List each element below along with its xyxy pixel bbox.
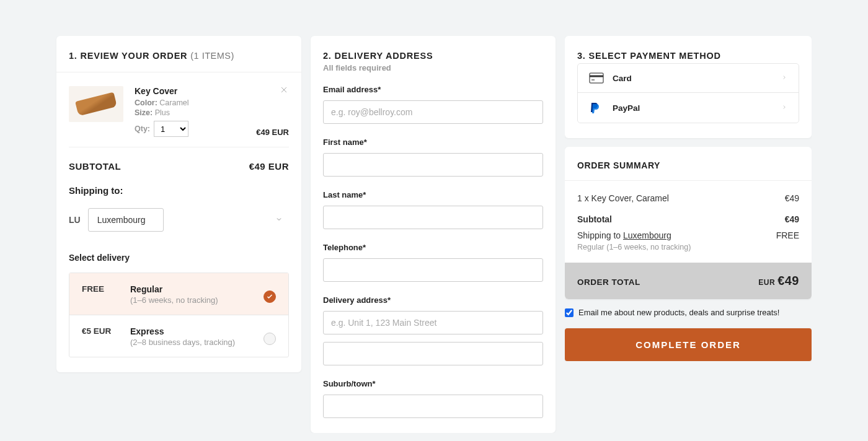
payment-paypal-label: PayPal bbox=[613, 103, 781, 113]
order-total-bar: ORDER TOTAL EUR€49 bbox=[565, 263, 812, 299]
telephone-label: Telephone* bbox=[323, 243, 543, 252]
delivery-price: FREE bbox=[82, 284, 130, 294]
total-label: ORDER TOTAL bbox=[577, 277, 640, 287]
summary-subtotal: Subtotal €49 bbox=[577, 214, 799, 224]
delivery-radio-selected bbox=[264, 290, 276, 303]
product-size: Size: Plus bbox=[135, 108, 289, 117]
delivery-name: Regular bbox=[130, 284, 264, 294]
paypal-icon bbox=[589, 102, 613, 114]
delivery-name: Express bbox=[130, 326, 264, 336]
delivery-options: FREE Regular (1–6 weeks, no tracking) €5… bbox=[69, 273, 289, 357]
chevron-down-icon bbox=[275, 214, 283, 225]
card-icon bbox=[589, 72, 613, 84]
review-title: 1. REVIEW YOUR ORDER (1 ITEMS) bbox=[56, 36, 301, 72]
summary-title: ORDER SUMMARY bbox=[565, 147, 812, 181]
email-label: Email address* bbox=[323, 85, 543, 94]
total-currency: EUR bbox=[758, 278, 775, 287]
complete-order-button[interactable]: COMPLETE ORDER bbox=[565, 328, 812, 361]
country-code: LU bbox=[69, 215, 81, 225]
payment-options: Card PayPal bbox=[577, 63, 799, 123]
remove-item-button[interactable] bbox=[279, 85, 289, 95]
review-title-text: 1. REVIEW YOUR ORDER bbox=[69, 51, 187, 61]
summary-shipping-desc: Regular (1–6 weeks, no tracking) bbox=[577, 243, 799, 251]
select-delivery-label: Select delivery bbox=[69, 253, 289, 263]
suburb-label: Suburb/town* bbox=[323, 379, 543, 388]
suburb-field[interactable] bbox=[323, 395, 543, 418]
email-optin-checkbox[interactable] bbox=[565, 308, 574, 317]
telephone-field[interactable] bbox=[323, 258, 543, 282]
delivery-price: €5 EUR bbox=[82, 326, 130, 336]
review-order-pane: 1. REVIEW YOUR ORDER (1 ITEMS) Key Cover… bbox=[56, 36, 301, 372]
payment-pane: 3. SELECT PAYMENT METHOD Card bbox=[565, 36, 812, 138]
delivery-option-express[interactable]: €5 EUR Express (2–8 business days, track… bbox=[69, 315, 288, 357]
last-name-label: Last name* bbox=[323, 190, 543, 199]
summary-shipping-country-link[interactable]: Luxembourg bbox=[623, 230, 671, 240]
right-column: 3. SELECT PAYMENT METHOD Card bbox=[565, 36, 812, 361]
svg-rect-0 bbox=[590, 73, 603, 83]
delivery-address-pane: 2. DELIVERY ADDRESS All fields required … bbox=[311, 36, 556, 433]
payment-title: 3. SELECT PAYMENT METHOD bbox=[565, 36, 812, 63]
subtotal-row: SUBTOTAL €49 EUR bbox=[69, 147, 289, 185]
product-color: Color: Caramel bbox=[135, 98, 289, 107]
delivery-address-label: Delivery address* bbox=[323, 295, 543, 305]
payment-option-card[interactable]: Card bbox=[578, 64, 799, 93]
item-price: €49 EUR bbox=[256, 128, 289, 137]
shipping-to-label: Shipping to: bbox=[69, 185, 289, 196]
subtotal-value: €49 EUR bbox=[249, 161, 289, 172]
order-item-row: Key Cover Color: Caramel Size: Plus Qty:… bbox=[69, 72, 289, 147]
qty-label: Qty: bbox=[135, 124, 150, 133]
country-select[interactable]: Luxembourg bbox=[88, 208, 164, 232]
address-line1-field[interactable] bbox=[323, 311, 543, 334]
delivery-option-regular[interactable]: FREE Regular (1–6 weeks, no tracking) bbox=[69, 273, 288, 315]
product-image bbox=[75, 92, 117, 116]
chevron-right-icon bbox=[781, 103, 787, 113]
delivery-desc: (1–6 weeks, no tracking) bbox=[130, 295, 264, 305]
address-title: 2. DELIVERY ADDRESS bbox=[311, 36, 556, 63]
qty-select[interactable]: 1 bbox=[154, 121, 188, 137]
email-field[interactable] bbox=[323, 100, 543, 124]
subtotal-label: SUBTOTAL bbox=[69, 161, 121, 172]
delivery-desc: (2–8 business days, tracking) bbox=[130, 338, 264, 347]
first-name-label: First name* bbox=[323, 138, 543, 147]
total-price: €49 bbox=[777, 274, 799, 287]
product-thumbnail bbox=[69, 86, 123, 122]
payment-card-label: Card bbox=[613, 74, 781, 83]
address-line2-field[interactable] bbox=[323, 342, 543, 365]
summary-line-item: 1 x Key Cover, Caramel €49 bbox=[577, 193, 799, 203]
email-optin-label: Email me about new products, deals and s… bbox=[578, 308, 779, 317]
payment-option-paypal[interactable]: PayPal bbox=[578, 93, 799, 123]
last-name-field[interactable] bbox=[323, 206, 543, 229]
chevron-right-icon bbox=[781, 73, 787, 84]
order-summary-pane: ORDER SUMMARY 1 x Key Cover, Caramel €49… bbox=[565, 147, 812, 299]
first-name-field[interactable] bbox=[323, 153, 543, 177]
delivery-radio bbox=[264, 333, 276, 345]
optin-row: Email me about new products, deals and s… bbox=[565, 299, 812, 328]
product-name: Key Cover bbox=[135, 86, 289, 96]
summary-shipping: Shipping to Luxembourg FREE bbox=[577, 230, 799, 240]
review-item-count: (1 ITEMS) bbox=[190, 51, 234, 61]
required-hint: All fields required bbox=[323, 63, 543, 72]
